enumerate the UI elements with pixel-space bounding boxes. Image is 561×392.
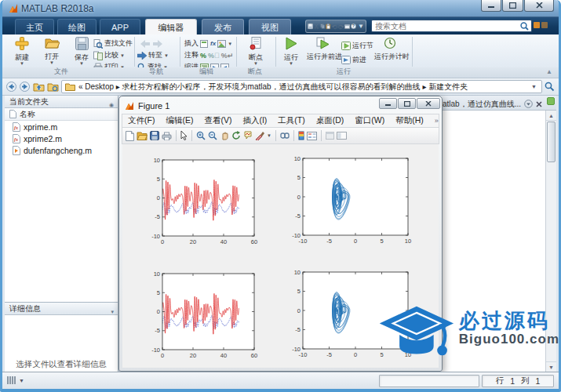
path-dropdown-icon[interactable]: ▼	[530, 84, 538, 89]
ribbon-collapse-icon[interactable]: ▲	[546, 68, 552, 75]
goto-button[interactable]: 转至▼	[137, 50, 169, 60]
run-time-button[interactable]: 运行并计时	[374, 37, 406, 70]
open-folder-icon	[45, 37, 60, 49]
menu-edit[interactable]: 编辑(E)	[160, 115, 199, 126]
subplot-time-series-2[interactable]: 0204060-10-50510	[144, 269, 259, 361]
tab-editor[interactable]: 编辑器	[145, 19, 197, 34]
menu-insert[interactable]: 插入(I)	[237, 115, 272, 126]
scroll-up-icon[interactable]: ▲	[546, 111, 556, 121]
print-figure-icon[interactable]	[162, 132, 172, 140]
details-header[interactable]: 详细信息▾	[5, 303, 118, 315]
qat-dropdown-icon[interactable]: ▼	[358, 23, 364, 30]
subplot-time-series-1[interactable]: 0204060-10-50510	[144, 155, 259, 247]
menu-tools[interactable]: 工具(T)	[272, 115, 310, 126]
matlab-logo-icon	[8, 3, 19, 14]
path-field[interactable]: « Desktop ▸ 求杜芬方程解的小程序，开发环境为matlab，通过仿真曲…	[61, 80, 542, 93]
close-button[interactable]	[524, 0, 554, 12]
graduation-cap-icon	[377, 302, 456, 368]
pan-icon[interactable]	[220, 131, 229, 140]
cursor-icon[interactable]	[180, 131, 188, 140]
advance-button[interactable]: 前进	[341, 55, 366, 65]
paste-icon[interactable]	[326, 22, 330, 31]
svg-text:0: 0	[297, 307, 301, 314]
comment-button[interactable]: 注释 % %⃠ %↵	[184, 50, 233, 60]
code-analyzer-indicator[interactable]	[547, 97, 555, 105]
chevron-down-icon[interactable]: ▼	[267, 133, 271, 138]
current-folder-panel: 当前文件夹◉ 名称 fx xprime.m fx xprime2.m dufen…	[5, 96, 118, 372]
figure-maximize-button[interactable]	[398, 98, 416, 109]
save-button[interactable]: 保存▼	[68, 37, 95, 70]
nav-back-button[interactable]	[140, 38, 162, 49]
current-folder-header[interactable]: 当前文件夹◉	[5, 96, 118, 108]
details-chevron-icon[interactable]: ▾	[111, 306, 114, 318]
tab-close-icon[interactable]	[536, 101, 542, 107]
plot-browser-icon[interactable]	[337, 132, 347, 140]
colorbar-icon[interactable]	[298, 131, 304, 140]
menu-window[interactable]: 窗口(W)	[349, 115, 390, 126]
file-row[interactable]: fx xprime2.m	[5, 132, 118, 144]
tab-apps[interactable]: APP	[100, 19, 140, 34]
redo-icon[interactable]	[338, 23, 344, 31]
tab-view[interactable]: 视图	[249, 19, 291, 34]
breakpoints-button[interactable]: 断点▼	[241, 37, 271, 70]
compare-button[interactable]: 比较▼	[93, 50, 125, 60]
run-advance-button[interactable]: 运行并前进	[307, 37, 338, 70]
file-row[interactable]: dufenfangcheng.m	[5, 144, 118, 156]
open-button[interactable]: 打开▼	[38, 37, 65, 70]
open-file-icon[interactable]	[137, 131, 148, 140]
run-button[interactable]: 运行▼	[279, 37, 304, 70]
search-icon[interactable]	[520, 22, 529, 31]
signin-link[interactable]	[534, 22, 556, 30]
menu-overflow-icon[interactable]: »	[429, 117, 442, 125]
panel-menu-icon[interactable]: ◉	[109, 99, 114, 111]
datacursor-icon[interactable]	[243, 131, 253, 140]
figure-close-button[interactable]	[417, 98, 440, 109]
new-window-icon[interactable]	[344, 23, 350, 31]
new-figure-icon[interactable]	[126, 131, 134, 141]
cut-icon[interactable]	[314, 22, 319, 31]
name-column-header[interactable]: 名称	[5, 108, 118, 121]
svg-text:fx: fx	[14, 125, 18, 130]
up-folder-icon[interactable]	[33, 82, 45, 92]
browse-folder-icon[interactable]	[47, 82, 59, 92]
menu-desktop[interactable]: 桌面(D)	[311, 115, 350, 126]
doc-search-input[interactable]	[375, 21, 516, 31]
forward-icon[interactable]	[20, 82, 31, 92]
menu-help[interactable]: 帮助(H)	[390, 115, 429, 126]
brush-icon[interactable]	[255, 131, 264, 140]
subplot-phase-portrait-1[interactable]: -10-50510-10-50510	[284, 154, 413, 246]
editor-document-tab[interactable]: 为matlab，通过仿真曲线...	[425, 97, 545, 111]
address-bar: « Desktop ▸ 求杜芬方程解的小程序，开发环境为matlab，通过仿真曲…	[2, 78, 559, 96]
undo-icon[interactable]	[332, 23, 337, 31]
menu-view[interactable]: 查看(V)	[199, 115, 237, 126]
save-icon[interactable]	[308, 22, 313, 31]
run-section-button[interactable]: 运行节	[341, 41, 373, 51]
status-bar: ▼ 行1 列1	[2, 372, 559, 389]
dock-figure-icon[interactable]	[326, 132, 334, 140]
copy-icon[interactable]	[320, 22, 325, 31]
file-row[interactable]: fx xprime.m	[5, 121, 118, 132]
minimize-button[interactable]	[481, 0, 501, 12]
address-search-icon[interactable]	[545, 82, 555, 92]
zoom-out-icon[interactable]	[208, 131, 217, 140]
insert-button[interactable]: 插入 fx ▼	[184, 38, 232, 49]
rotate-icon[interactable]	[231, 131, 241, 140]
link-plot-icon[interactable]	[280, 131, 290, 140]
menu-file[interactable]: 文件(F)	[122, 115, 160, 126]
tab-menu-icon[interactable]	[524, 100, 533, 108]
tab-publish[interactable]: 发布	[202, 19, 244, 34]
maximize-button[interactable]	[502, 0, 523, 12]
scrollbar-thumb[interactable]	[547, 122, 556, 162]
statusbar-grip-icon[interactable]: ▼	[7, 376, 24, 384]
tab-plots[interactable]: 绘图	[57, 19, 97, 34]
legend-icon[interactable]	[307, 132, 317, 140]
tab-home[interactable]: 主页	[15, 19, 54, 34]
save-figure-icon[interactable]	[150, 131, 159, 140]
find-files-button[interactable]: 查找文件	[93, 38, 133, 49]
back-icon[interactable]	[6, 82, 17, 92]
help-icon[interactable]: ?	[351, 22, 356, 31]
figure-minimize-button[interactable]	[379, 98, 397, 109]
zoom-in-icon[interactable]	[196, 131, 206, 140]
chevron-down-icon: ▼	[279, 61, 304, 66]
new-script-button[interactable]: 新建▼	[9, 37, 35, 70]
